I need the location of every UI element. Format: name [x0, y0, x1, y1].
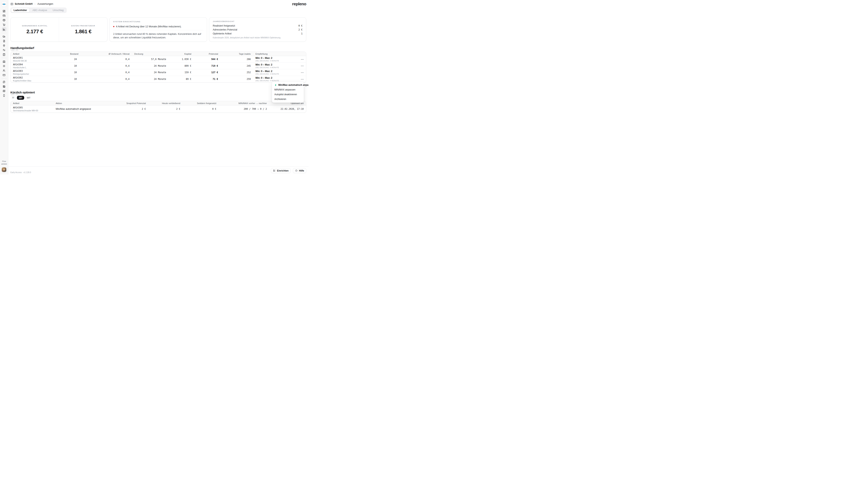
recommendation: Min: 0 – Max: 2	[255, 57, 295, 59]
checklist-icon	[273, 169, 276, 172]
article-name: Kugelschreiber blau	[13, 80, 65, 82]
sidebar-toggle-button[interactable]	[10, 3, 13, 5]
assessment-alert-text: 4 Artikel mit Deckung über 12 Monate (Mi…	[116, 25, 181, 28]
package-icon	[3, 19, 5, 22]
usage-value: 0,4	[79, 64, 132, 67]
row-context-menu: Min/Max automatisch anpassen MIN/MAX anp…	[272, 82, 304, 103]
sidebar-item-locations[interactable]	[2, 44, 6, 48]
bound-capital-stat: GEBUNDENES KAPITAL 2.177 €	[11, 18, 59, 41]
flow-usage: Flow 26/500	[1, 160, 7, 166]
sidebar-item-map[interactable]	[2, 89, 6, 93]
table-row[interactable]: A014305Sechskantschraube M8×30 Min/Max a…	[11, 106, 306, 113]
stock-value: 24	[68, 58, 79, 61]
logo-mark-left	[2, 4, 3, 4]
sidebar-item-documents[interactable]	[2, 39, 6, 43]
sidebar-item-company[interactable]	[2, 59, 6, 63]
menu-item-auto-adjust[interactable]: Min/Max automatisch anpassen	[272, 83, 304, 87]
sidebar-item-transfers[interactable]	[2, 48, 6, 52]
sidebar-item-billing[interactable]	[2, 73, 6, 77]
sidebar-item-help[interactable]	[2, 80, 6, 84]
target-coverage: ZIEL-DECKUNG: 4 MONATE	[255, 66, 295, 68]
action-table: Artikel Bestand Ø Verbrauch / Monat Deck…	[10, 52, 306, 83]
calculator-icon	[3, 53, 5, 56]
row-menu-button[interactable]: ⋯	[298, 58, 306, 61]
range-90t[interactable]: 90T	[26, 96, 31, 99]
col-kapital: Kapital	[168, 53, 194, 55]
gear-icon	[3, 64, 5, 67]
range-7t[interactable]: 7T	[11, 96, 15, 99]
usage-value: 0,4	[79, 78, 132, 81]
menu-item-minmax[interactable]: MIN/MAX anpassen	[272, 87, 304, 92]
article-id: A014301	[13, 56, 65, 59]
company-logo[interactable]	[2, 2, 7, 7]
tab-umschlag[interactable]: Umschlag	[50, 8, 66, 12]
breadcrumb: Schmidt GmbH Auswertungen	[10, 3, 53, 5]
row-menu-button[interactable]: ⋯	[298, 71, 306, 74]
article-name: Handschuhe L	[13, 66, 65, 69]
menu-item-label: Autopilot deaktivieren	[274, 93, 297, 96]
menu-item-archive[interactable]: Archivieren	[272, 97, 304, 102]
sidebar: Flow 26/500	[0, 0, 8, 174]
version-label: Early Access · v1.128.0	[10, 171, 31, 173]
col-aktion: Aktion	[53, 102, 95, 105]
setup-button[interactable]: Einrichten	[271, 168, 291, 173]
sidebar-item-analytics[interactable]	[2, 27, 6, 31]
sidebar-item-package[interactable]	[2, 18, 6, 22]
sidebar-divider	[2, 33, 7, 33]
snapshot-value: 2 €	[95, 108, 148, 110]
article-id: A014303	[13, 69, 65, 73]
potential-value: 71 €	[194, 78, 220, 81]
capital-card: GEBUNDENES KAPITAL 2.177 € DAVON FREISET…	[10, 17, 108, 42]
inactive-days-value: 245	[220, 64, 253, 67]
bar-chart-icon	[3, 28, 5, 31]
sidebar-item-dashboard[interactable]	[2, 9, 6, 13]
redacted-subtitle	[11, 94, 15, 95]
breadcrumb-company[interactable]: Schmidt GmbH	[15, 3, 32, 5]
kpi-row: GEBUNDENES KAPITAL 2.177 € DAVON FREISET…	[10, 17, 306, 42]
row-menu-button[interactable]: ⋯	[298, 64, 306, 67]
table-row[interactable]: A014304Handschuhe L 10 0,4 24 Monate 899…	[11, 63, 306, 69]
logo-mark-right	[5, 4, 6, 4]
capital-value: 159 €	[168, 71, 194, 74]
tab-abc-analyse[interactable]: ABC-Analyse	[30, 8, 50, 12]
menu-item-label: Archivieren	[274, 98, 286, 100]
tab-ladenhueter[interactable]: Ladenhüter	[11, 8, 30, 12]
year-row-value: 1	[301, 32, 303, 35]
help-chat-icon	[3, 81, 5, 83]
potential-value: 944 €	[194, 58, 220, 61]
truck-icon	[3, 35, 5, 38]
sidebar-item-users[interactable]	[2, 68, 6, 73]
sidebar-item-mobile[interactable]	[2, 93, 6, 97]
help-button[interactable]: ? Hilfe	[293, 168, 306, 173]
sidebar-footer: Flow 26/500	[1, 160, 7, 174]
range-30t[interactable]: 30T	[17, 96, 24, 100]
released-value: 0 €	[183, 108, 219, 110]
user-menu[interactable]	[1, 167, 7, 173]
sidebar-item-news[interactable]	[2, 84, 6, 88]
potential-value: 719 €	[194, 64, 220, 67]
row-menu-button[interactable]: ⋯	[298, 78, 306, 81]
help-circle-icon: ?	[295, 169, 298, 172]
sidebar-item-deliveries[interactable]	[2, 34, 6, 38]
stock-value: 10	[68, 78, 79, 81]
sidebar-item-calculator[interactable]	[2, 53, 6, 56]
article-id: A014305	[13, 106, 51, 109]
menu-item-autopilot[interactable]: Autopilot deaktivieren	[272, 92, 304, 97]
help-button-label: Hilfe	[299, 169, 304, 172]
breadcrumb-page[interactable]: Auswertungen	[37, 3, 53, 5]
map-pin-icon	[3, 44, 5, 47]
col-potenzial: Potenzial	[194, 53, 220, 55]
sidebar-item-mail[interactable]	[2, 13, 6, 18]
table-row[interactable]: A014301MotorAl 5W-30 24 0,4 57,6 Monate …	[11, 56, 306, 63]
col-tage-inaktiv: Tage inaktiv	[220, 53, 253, 55]
credit-card-icon	[3, 74, 5, 77]
table-row[interactable]: A014302Kugelschreiber blau 10 0,4 24 Mon…	[11, 76, 306, 83]
year-row-label: Optimierte Artikel	[213, 32, 231, 35]
coverage-value: 57,6 Monate	[132, 58, 168, 61]
table-row[interactable]: A014303Reinigungstücher 10 0,4 24 Monate…	[11, 69, 306, 76]
sidebar-item-settings[interactable]	[2, 64, 6, 68]
inactive-days-value: 266	[220, 58, 253, 61]
sidebar-item-orders[interactable]	[2, 23, 6, 27]
coverage-value: 24 Monate	[132, 71, 168, 74]
bottom-bar: Early Access · v1.128.0 Einrichten ? Hil…	[8, 167, 309, 174]
